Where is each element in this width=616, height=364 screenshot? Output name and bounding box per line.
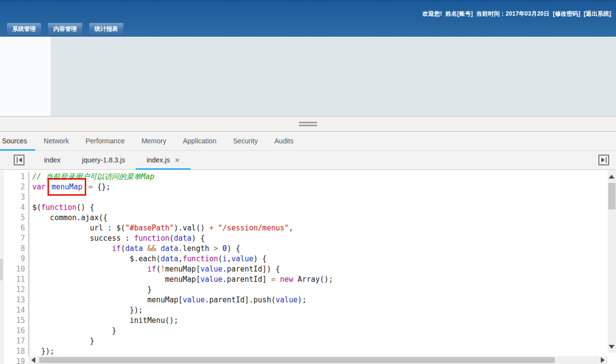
code-line-10: if(!menuMap[value.parentId]) { [32,264,616,274]
file-tab-jquery-1.8.3.js[interactable]: jquery-1.8.3.js [71,151,136,169]
code-token: value [200,265,222,273]
horizontal-scrollbar[interactable] [28,356,608,364]
line-number[interactable]: 1 [4,172,28,182]
panel-tab-security[interactable]: Security [225,132,266,150]
code-token: if [147,265,156,273]
code-token: value [231,254,253,263]
horizontal-scroll-thumb[interactable] [39,357,555,363]
current-time-text: 当前时间：2017年03月20日 [476,10,549,18]
line-number[interactable]: 6 [4,223,28,233]
code-token: var [32,182,46,191]
sources-file-tabbar: indexjquery-1.8.3.jsindex.js× [0,151,616,170]
left-strip-thumb[interactable] [0,259,3,280]
code-line-14: }); [32,305,616,316]
code-token: + [209,224,213,232]
code-line-9: $.each(data,function(i,value) { [32,254,616,264]
line-number[interactable]: 7 [4,233,28,244]
code-token: value [200,275,222,284]
code-token: data [125,244,143,253]
panel-tab-network[interactable]: Network [35,132,77,150]
change-password-link[interactable]: [修改密码] [553,10,580,18]
grip-bar-icon [299,125,317,126]
scroll-left-icon[interactable] [31,357,35,363]
code-token: .parentId]) { [222,265,280,273]
line-number[interactable]: 5 [4,213,28,223]
code-editor: 12345678910111213141516171819 // 当前登录用户可… [0,170,616,364]
code-token: ( [156,265,161,273]
line-number[interactable]: 18 [4,346,28,357]
code-token: menuMap[ [32,296,183,304]
vertical-scrollbar[interactable] [608,170,616,353]
code-token [218,244,222,253]
code-line-18: }); [32,346,616,357]
code-token [276,275,280,284]
panel-tab-application[interactable]: Application [174,132,225,150]
code-token: && [147,244,156,253]
code-content[interactable]: // 当前登录用户可以访问的菜单Mapvar menuMap = {};$(fu… [29,172,616,364]
code-token: {}; [93,182,110,191]
line-number[interactable]: 19 [4,357,28,364]
scroll-up-icon[interactable] [609,175,615,179]
line-number[interactable]: 11 [4,274,28,285]
line-number[interactable]: 15 [4,316,28,326]
line-number[interactable]: 4 [4,203,28,213]
line-number[interactable]: 2 [4,182,28,192]
code-line-3 [32,192,616,203]
code-line-8: if(data && data.length > 0) { [32,244,616,254]
line-number-gutter: 12345678910111213141516171819 [4,172,29,364]
code-token: "/session/menus" [218,224,289,232]
file-tab-label: index [44,156,60,164]
logout-link[interactable]: [退出系统] [584,10,611,18]
line-number[interactable]: 12 [4,285,28,295]
code-token: ) { [191,234,205,243]
code-token: .parentId] [222,275,271,284]
code-token: value [276,296,298,304]
file-tab-index[interactable]: index [33,151,71,169]
line-number[interactable]: 8 [4,244,28,254]
code-token: }); [32,306,143,315]
code-token: data [174,234,191,243]
editor-left-scroll-strip[interactable] [0,170,3,364]
line-number[interactable]: 9 [4,254,28,264]
main-nav: 系统管理内容管理统计报表 [6,23,124,36]
code-token: "#basePath" [125,224,174,232]
code-token: , [178,254,183,263]
code-line-7: success : function(data) { [32,233,616,244]
code-token: } [32,326,117,335]
content-main-panel [51,37,616,116]
code-token: .parentId].push( [205,296,276,304]
code-token: } [32,337,94,345]
code-token: ); [298,296,307,304]
file-tab-index.js[interactable]: index.js× [136,151,190,169]
code-line-16: } [32,326,616,336]
debugger-toggle-button[interactable] [598,155,609,165]
panel-tab-memory[interactable]: Memory [133,132,175,150]
panel-tab-audits[interactable]: Audits [266,132,302,150]
code-token: () { [76,203,94,212]
code-token: }); [32,347,54,356]
file-tab-label: jquery-1.8.3.js [82,156,125,164]
devtools-panel-tabbar: SourcesNetworkPerformanceMemoryApplicati… [0,131,616,151]
panel-tab-performance[interactable]: Performance [77,132,133,150]
vertical-scroll-thumb[interactable] [608,183,616,209]
code-line-4: $(function() { [32,203,616,213]
navigator-toggle-button[interactable] [14,155,24,165]
scroll-down-icon[interactable] [609,345,615,349]
nav-tab-3[interactable]: 统计报表 [89,23,124,36]
line-number[interactable]: 3 [4,192,28,203]
devtools-resize-handle[interactable] [0,116,616,131]
nav-tab-1[interactable]: 系统管理 [6,23,42,36]
code-token: ! [161,265,165,273]
line-number[interactable]: 13 [4,295,28,305]
panel-tab-sources[interactable]: Sources [0,132,35,150]
line-number[interactable]: 10 [4,264,28,274]
code-token: > [213,244,218,253]
scroll-right-icon[interactable] [601,357,605,363]
line-number[interactable]: 17 [4,336,28,346]
line-number[interactable]: 14 [4,305,28,316]
nav-tab-2[interactable]: 内容管理 [47,23,83,36]
line-number[interactable]: 16 [4,326,28,336]
welcome-text: 欢迎您! [423,10,442,18]
code-token: url : $( [32,224,125,232]
close-tab-icon[interactable]: × [175,156,180,164]
